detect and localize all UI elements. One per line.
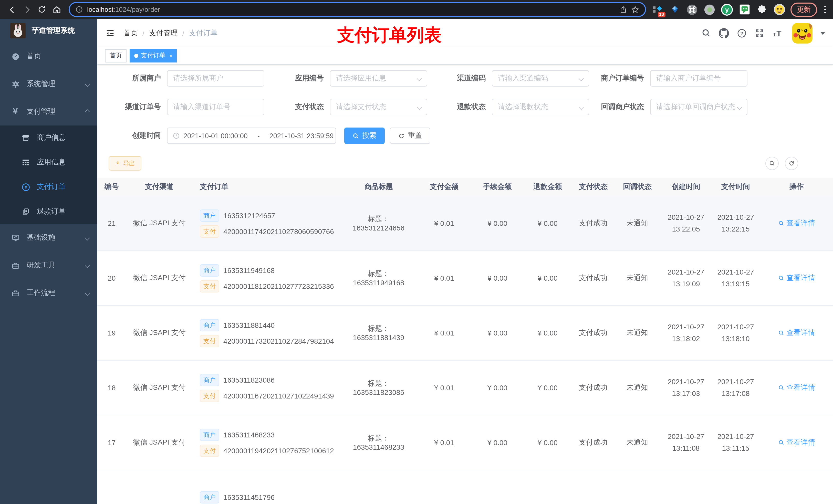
order-id: 19 [97,329,126,337]
breadcrumb-home[interactable]: 首页 [123,28,138,38]
sidebar-item-dev-tools[interactable]: 研发工具 [0,251,97,279]
merchant-order-no-input[interactable]: 请输入商户订单编号 [650,70,747,87]
svg-text:T: T [773,31,776,37]
url-text: localhost:1024/pay/order [87,6,160,13]
pay-status-select[interactable]: 请选择支付状态 [330,99,427,115]
order-id: 18 [97,384,126,392]
table-row: 21 微信 JSAPI 支付 商户1635312124657 支付4200001… [97,196,833,251]
view-detail-link[interactable]: 查看详情 [778,383,815,392]
site-info-icon[interactable] [75,6,83,13]
table-row: 20 微信 JSAPI 支付 商户1635311949168 支付4200001… [97,251,833,306]
bookmark-star-icon[interactable] [631,5,639,14]
github-icon[interactable] [719,28,729,38]
font-size-icon[interactable]: TT [772,28,784,38]
extensions-area: 10 y 更新 [651,2,828,17]
pay-order-cell: 商户1635311823086 支付4200001167202110271022… [193,370,341,405]
extensions-puzzle-icon[interactable] [756,3,768,16]
search-icon [769,160,775,166]
pay-order-cell: 商户1635312124657 支付4200001174202110278060… [193,206,341,241]
forward-button[interactable] [20,3,34,16]
sidebar-item-label: 支付管理 [27,107,55,116]
merchant-select[interactable]: 请选择所属商户 [167,70,264,87]
sidebar-item-label: 研发工具 [27,261,55,270]
tag-home[interactable]: 首页 [105,49,126,62]
search-button[interactable]: 搜索 [344,127,385,144]
reset-button[interactable]: 重置 [390,127,430,144]
extension-recorder-icon[interactable] [704,3,716,16]
store-icon [20,134,32,142]
extension-chat-icon[interactable] [738,3,751,16]
sidebar-submenu: 商户信息 应用信息 ¥ 支付订单 退款订单 [0,125,97,224]
sidebar-item-infrastructure[interactable]: 基础设施 [0,224,97,251]
document-icon [20,208,32,216]
sidebar-item-system[interactable]: 系统管理 [0,70,97,98]
pay-tag: 支付 [200,444,219,457]
filter-label-app: 应用编号 [264,74,330,83]
url-bar[interactable]: localhost:1024/pay/order [69,2,646,17]
notify-status: 未通知 [614,273,661,283]
sidebar-item-pay-order[interactable]: ¥ 支付订单 [0,175,97,199]
pay-status: 支付成功 [573,219,614,228]
create-time-range-input[interactable]: 2021-10-01 00:00:00 - 2021-10-31 23:59:5… [167,127,336,144]
extension-kite-icon[interactable] [669,3,681,16]
create-time: 2021-10-2713:18:02 [661,321,711,345]
extension-command-icon[interactable] [686,3,698,16]
sidebar-item-home[interactable]: 首页 [0,43,97,70]
back-button[interactable] [5,3,19,16]
home-button[interactable] [50,3,64,16]
tag-pay-order[interactable]: 支付订单× [129,49,177,62]
extension-tasks-icon[interactable]: 10 [651,3,663,16]
sidebar-toggle-icon[interactable] [105,28,115,38]
sidebar-item-label: 商户信息 [37,133,66,142]
channel-order-no-input[interactable]: 请输入渠道订单号 [167,99,264,115]
svg-text:¥: ¥ [24,185,27,190]
sidebar: 芋道管理系统 首页 系统管理 ¥ 支付管理 商户信息 [0,19,97,504]
chevron-down-icon [417,104,422,110]
sidebar-item-label: 支付订单 [37,182,66,192]
sidebar-item-payment[interactable]: ¥ 支付管理 [0,98,97,125]
notify-status-select[interactable]: 请选择订单回调商户状态 [650,99,747,115]
view-detail-link[interactable]: 查看详情 [778,438,815,447]
extension-y-icon[interactable]: y [721,3,733,16]
sidebar-item-app-info[interactable]: 应用信息 [0,150,97,175]
refund-amount: ¥ 0.00 [523,329,573,337]
browser-menu-icon[interactable] [822,6,828,13]
app-select[interactable]: 请选择应用信息 [330,70,427,87]
navbar-actions: ? TT [701,23,825,43]
refund-status-select[interactable]: 请选择退款状态 [492,99,589,115]
fee-amount: ¥ 0.00 [472,438,523,447]
fullscreen-icon[interactable] [755,28,764,38]
search-icon[interactable] [701,28,711,38]
caret-down-icon[interactable] [820,31,825,34]
pay-channel: 微信 JSAPI 支付 [126,383,193,392]
monitor-icon [9,233,22,242]
view-detail-link[interactable]: 查看详情 [778,219,815,228]
channel-order-no: 4200001181202110277723215336 [223,282,334,290]
extension-emoji-icon[interactable] [773,3,785,16]
refresh-table-button[interactable] [785,157,798,170]
breadcrumb-pay-manage[interactable]: 支付管理 [149,28,178,38]
view-detail-link[interactable]: 查看详情 [778,328,815,338]
sidebar-item-workflow[interactable]: 工作流程 [0,279,97,307]
reload-button[interactable] [35,3,49,16]
channel-order-no: 4200001173202110272847982104 [223,337,334,345]
pay-order-cell: 商户1635311881440 支付4200001173202110272847… [193,315,341,351]
view-detail-link[interactable]: 查看详情 [778,273,815,283]
pay-amount: ¥ 0.01 [416,274,472,282]
sidebar-item-refund-order[interactable]: 退款订单 [0,199,97,224]
pay-order-cell: 商户1635311949168 支付4200001181202110277723… [193,261,341,296]
refresh-icon [398,133,405,139]
close-icon[interactable]: × [169,52,172,58]
share-icon[interactable] [619,6,627,13]
toggle-search-button[interactable] [765,157,779,170]
sidebar-item-merchant-info[interactable]: 商户信息 [0,125,97,150]
pay-tag: 支付 [200,335,219,347]
channel-code-select[interactable]: 请输入渠道编码 [492,70,589,87]
help-icon[interactable]: ? [737,28,747,38]
user-avatar[interactable] [792,23,812,43]
browser-update-button[interactable]: 更新 [790,2,817,17]
app-logo: 芋道管理系统 [0,19,97,43]
export-button[interactable]: 导出 [109,156,141,171]
gear-icon [9,80,22,88]
merchant-order-no: 1635311451796 [223,493,275,501]
